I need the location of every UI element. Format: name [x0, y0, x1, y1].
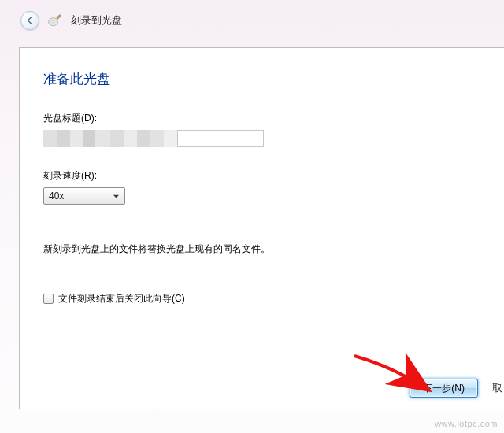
chevron-down-icon — [110, 191, 121, 202]
redacted-region — [43, 130, 177, 147]
close-wizard-label: 文件刻录结束后关闭此向导(C) — [58, 292, 185, 305]
window-title: 刻录到光盘 — [71, 13, 122, 28]
button-row: 下一步(N) 取 — [410, 379, 504, 398]
burn-speed-value: 40x — [49, 191, 64, 202]
burn-speed-label: 刻录速度(R): — [43, 169, 480, 183]
replace-note: 新刻录到光盘上的文件将替换光盘上现有的同名文件。 — [43, 242, 480, 256]
svg-point-1 — [52, 20, 54, 23]
wizard-panel: 准备此光盘 光盘标题(D): 刻录速度(R): 40x 新刻录到光盘上的文件将替… — [19, 47, 504, 409]
burn-speed-select[interactable]: 40x — [43, 187, 125, 205]
disc-title-input[interactable] — [177, 130, 264, 147]
disc-title-label: 光盘标题(D): — [43, 112, 480, 125]
next-button[interactable]: 下一步(N) — [410, 379, 478, 398]
arrow-left-icon — [25, 16, 35, 25]
watermark: www.lotpc.com — [435, 419, 498, 428]
disc-title-block: 光盘标题(D): — [43, 112, 480, 147]
cancel-button[interactable]: 取 — [492, 381, 504, 395]
page-title: 准备此光盘 — [43, 70, 480, 88]
back-button[interactable] — [20, 11, 39, 30]
checkbox-box[interactable] — [43, 294, 54, 304]
window-header: 刻录到光盘 — [0, 0, 504, 41]
disc-burn-icon — [47, 13, 63, 28]
close-wizard-checkbox[interactable]: 文件刻录结束后关闭此向导(C) — [43, 292, 480, 305]
burn-speed-block: 刻录速度(R): 40x — [43, 169, 480, 205]
